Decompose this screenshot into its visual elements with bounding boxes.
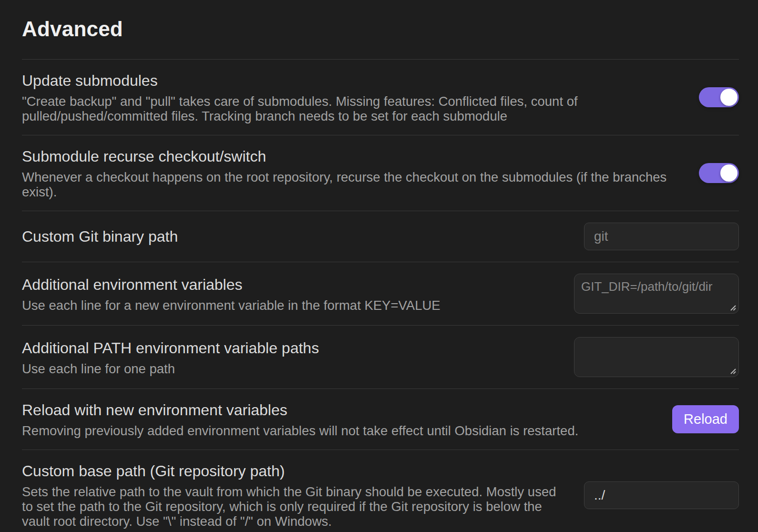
setting-row: Custom Git binary path (22, 211, 739, 262)
setting-row: Custom base path (Git repository path) S… (22, 450, 739, 532)
submodule-recurse-toggle[interactable] (699, 163, 739, 183)
setting-description: Removing previously added environment va… (22, 423, 652, 438)
setting-control (574, 337, 739, 377)
setting-name: Custom base path (Git repository path) (22, 461, 564, 481)
setting-description: "Create backup" and "pull" takes care of… (22, 94, 679, 123)
setting-description: Use each line for a new environment vari… (22, 298, 554, 313)
settings-page: Advanced Update submodules "Create backu… (0, 0, 758, 532)
setting-row: Update submodules "Create backup" and "p… (22, 59, 739, 135)
setting-info: Additional environment variables Use eac… (22, 275, 574, 313)
setting-control (584, 223, 739, 250)
base-path-input[interactable] (584, 481, 739, 509)
setting-info: Submodule recurse checkout/switch Whenev… (22, 147, 699, 199)
setting-description: Use each line for one path (22, 361, 554, 376)
setting-name: Update submodules (22, 71, 679, 90)
setting-info: Reload with new environment variables Re… (22, 400, 672, 438)
setting-control (574, 274, 739, 314)
toggle-knob-icon (720, 89, 738, 106)
setting-row: Additional environment variables Use eac… (22, 262, 739, 325)
setting-info: Update submodules "Create backup" and "p… (22, 71, 699, 123)
textarea-wrap (574, 274, 739, 314)
git-binary-path-input[interactable] (584, 223, 739, 250)
textarea-wrap (574, 337, 739, 377)
setting-name: Reload with new environment variables (22, 400, 652, 419)
setting-info: Custom Git binary path (22, 227, 584, 246)
setting-row: Reload with new environment variables Re… (22, 389, 739, 450)
page-title: Advanced (22, 16, 739, 42)
reload-button[interactable]: Reload (672, 405, 739, 433)
setting-info: Custom base path (Git repository path) S… (22, 461, 584, 529)
setting-description: Sets the relative path to the vault from… (22, 484, 564, 529)
setting-control: Reload (672, 405, 739, 433)
setting-name: Additional PATH environment variable pat… (22, 338, 554, 358)
setting-name: Submodule recurse checkout/switch (22, 147, 679, 166)
setting-info: Additional PATH environment variable pat… (22, 338, 574, 376)
toggle-knob-icon (720, 164, 738, 182)
setting-name: Custom Git binary path (22, 227, 564, 246)
setting-control (584, 481, 739, 509)
path-env-variables-textarea[interactable] (574, 337, 739, 377)
setting-control (699, 163, 739, 183)
setting-control (699, 87, 739, 107)
update-submodules-toggle[interactable] (699, 87, 739, 107)
setting-name: Additional environment variables (22, 275, 554, 294)
setting-row: Additional PATH environment variable pat… (22, 325, 739, 389)
env-variables-textarea[interactable] (574, 274, 739, 314)
setting-row: Submodule recurse checkout/switch Whenev… (22, 135, 739, 211)
settings-list: Update submodules "Create backup" and "p… (22, 59, 739, 532)
setting-description: Whenever a checkout happens on the root … (22, 170, 679, 199)
